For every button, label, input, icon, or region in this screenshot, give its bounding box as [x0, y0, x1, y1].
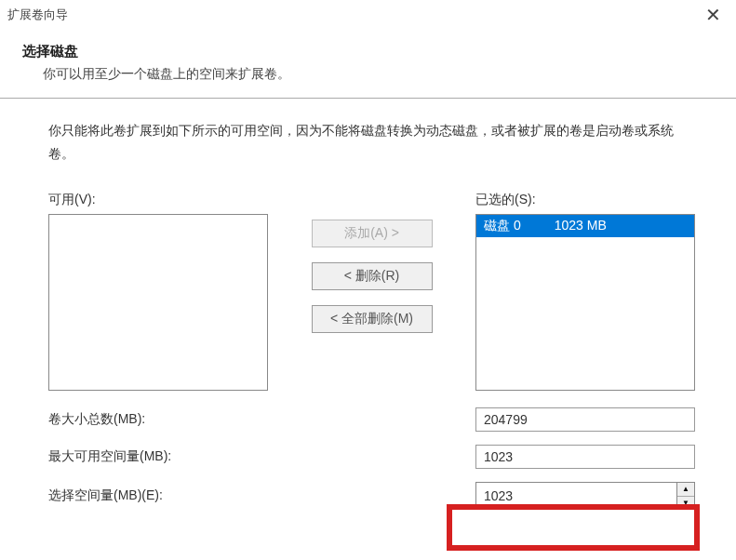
- list-item[interactable]: 磁盘 0 1023 MB: [476, 215, 694, 237]
- selected-listbox[interactable]: 磁盘 0 1023 MB: [475, 214, 695, 391]
- page-subtext: 你可以用至少一个磁盘上的空间来扩展卷。: [22, 66, 729, 83]
- available-listbox[interactable]: [48, 214, 268, 391]
- spinner-down-icon[interactable]: ▼: [677, 497, 694, 510]
- close-icon[interactable]: ✕: [700, 6, 727, 24]
- total-size-label: 卷大小总数(MB):: [48, 411, 309, 428]
- list-item-disk: 磁盘 0: [484, 218, 521, 234]
- available-label: 可用(V):: [48, 192, 268, 208]
- select-space-label: 选择空间量(MB)(E):: [48, 487, 309, 504]
- highlight-annotation: [447, 504, 700, 551]
- max-space-label: 最大可用空间量(MB):: [48, 448, 309, 465]
- select-space-input[interactable]: [475, 482, 676, 510]
- selected-label: 已选的(S):: [475, 192, 695, 208]
- total-size-value: 204799: [475, 407, 695, 432]
- spinner-up-icon[interactable]: ▲: [677, 483, 694, 497]
- add-button: 添加(A) >: [312, 220, 433, 247]
- list-item-size: 1023 MB: [555, 218, 607, 234]
- remove-all-button[interactable]: < 全部删除(M): [312, 305, 433, 333]
- window-title: 扩展卷向导: [7, 7, 68, 23]
- info-text: 你只能将此卷扩展到如下所示的可用空间，因为不能将磁盘转换为动态磁盘，或者被扩展的…: [48, 119, 695, 166]
- page-heading: 选择磁盘: [22, 43, 729, 60]
- max-space-value: 1023: [475, 445, 695, 469]
- remove-button[interactable]: < 删除(R): [312, 262, 433, 290]
